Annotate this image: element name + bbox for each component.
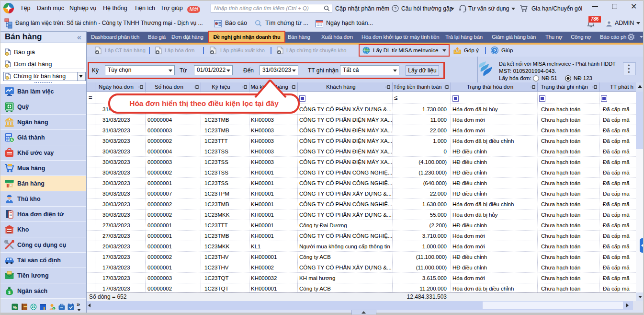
- svg-text:$: $: [8, 290, 11, 295]
- svg-text:?: ?: [394, 6, 396, 11]
- svg-text:%: %: [13, 305, 17, 310]
- svg-text:$: $: [11, 138, 13, 142]
- svg-text:?: ?: [493, 48, 496, 53]
- svg-text:$: $: [53, 307, 55, 310]
